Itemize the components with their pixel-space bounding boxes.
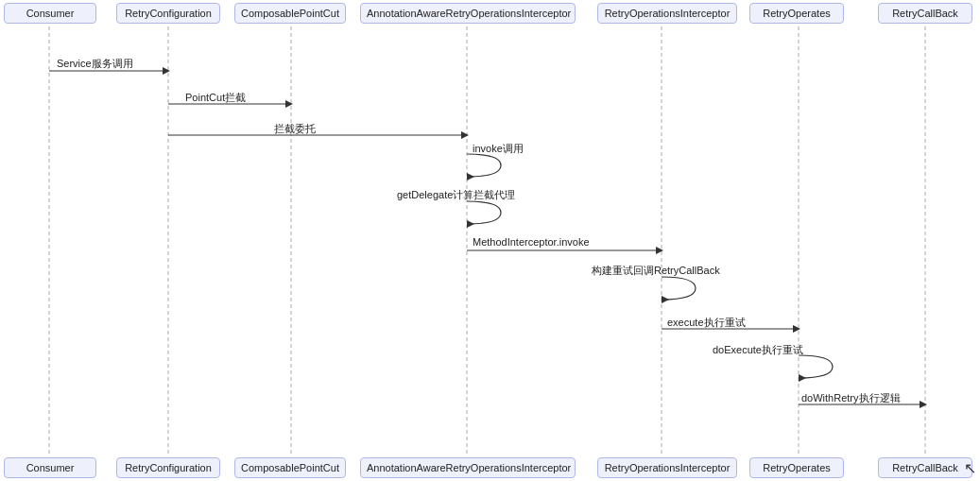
label-doexecute: doExecute执行重试: [713, 343, 803, 357]
svg-marker-16: [656, 247, 663, 254]
sequence-diagram: Consumer RetryConfiguration ComposablePo…: [0, 0, 980, 481]
actor-retrycallback-bottom: RetryCallBack: [878, 457, 972, 478]
svg-marker-17: [662, 296, 669, 303]
actor-retryoperates-bottom: RetryOperates: [749, 457, 844, 478]
label-delegate: 拦截委托: [274, 122, 316, 136]
svg-marker-19: [793, 325, 800, 333]
actor-composable-bottom: ComposablePointCut: [234, 457, 346, 478]
svg-marker-13: [467, 173, 474, 180]
actor-composable-top: ComposablePointCut: [234, 3, 346, 24]
actor-retryconfig-bottom: RetryConfiguration: [116, 457, 220, 478]
svg-marker-14: [467, 220, 474, 228]
svg-marker-8: [163, 67, 170, 75]
actor-retryconfig-top: RetryConfiguration: [116, 3, 220, 24]
label-pointcut: PointCut拦截: [185, 91, 246, 105]
actor-retryoperates-top: RetryOperates: [749, 3, 844, 24]
actor-consumer-top: Consumer: [4, 3, 96, 24]
svg-marker-12: [461, 131, 469, 139]
actor-retryops-top: RetryOperationsInterceptor: [597, 3, 737, 24]
svg-marker-10: [285, 100, 293, 108]
actor-retrycallback-top: RetryCallBack: [878, 3, 972, 24]
svg-marker-20: [799, 374, 806, 382]
label-dowithretry: doWithRetry执行逻辑: [801, 391, 901, 405]
actor-consumer-bottom: Consumer: [4, 457, 96, 478]
actor-annotation-bottom: AnnotationAwareRetryOperationsIntercepto…: [360, 457, 576, 478]
label-build-retry: 构建重试回调RetryCallBack: [592, 264, 720, 278]
actor-retryops-bottom: RetryOperationsInterceptor: [597, 457, 737, 478]
svg-marker-22: [920, 401, 927, 408]
label-invoke: invoke调用: [473, 142, 524, 156]
label-execute: execute执行重试: [667, 316, 746, 330]
cursor-indicator: ↖: [964, 459, 976, 477]
label-methodinterceptor: MethodInterceptor.invoke: [473, 236, 590, 248]
label-getdelegate: getDelegate计算拦截代理: [397, 188, 515, 202]
actor-annotation-top: AnnotationAwareRetryOperationsIntercepto…: [360, 3, 576, 24]
label-service-call: Service服务调用: [57, 57, 133, 71]
